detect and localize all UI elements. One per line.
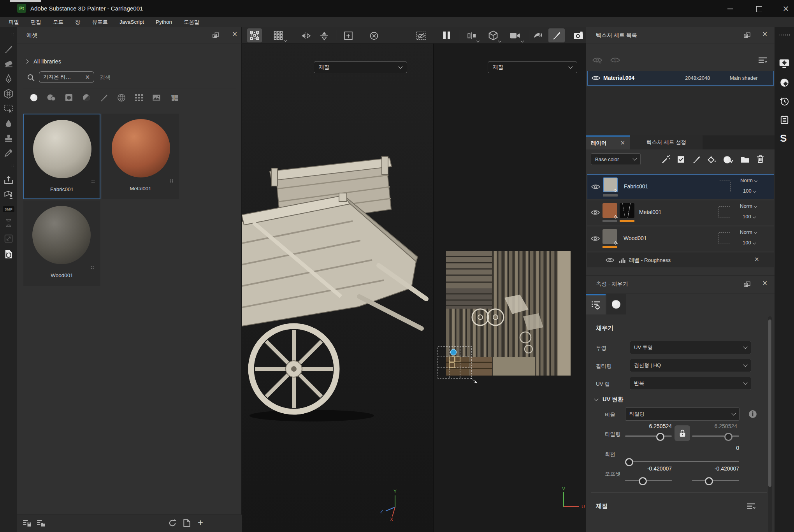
blend-mode-dropdown[interactable]: Norm — [740, 177, 757, 183]
eraser-tool-icon[interactable] — [4, 59, 13, 68]
viewport-3d[interactable]: Y Z X — [242, 44, 433, 532]
dock-grip[interactable] — [779, 33, 790, 37]
eye-icon[interactable] — [592, 75, 600, 81]
menu-javascript[interactable]: JavaScript — [119, 19, 144, 25]
substance-share-icon[interactable]: S — [780, 132, 787, 144]
asset-list-folder-icon[interactable] — [37, 520, 46, 527]
properties-tab-settings[interactable] — [586, 294, 606, 314]
pause-engine-button[interactable] — [443, 32, 450, 39]
library-selector[interactable]: All libraries — [25, 58, 61, 65]
maximize-button[interactable] — [751, 5, 767, 13]
clone-tool-icon[interactable] — [4, 134, 13, 142]
reset-rotation-icon[interactable] — [369, 31, 379, 40]
add-smart-mask-icon[interactable] — [676, 155, 685, 164]
paint-mode-button[interactable] — [548, 28, 565, 42]
hide-stencil-icon[interactable] — [416, 32, 426, 40]
lattice-transform-button[interactable] — [247, 28, 262, 42]
resize-icon[interactable] — [4, 234, 13, 243]
filter-materials-icon[interactable] — [29, 93, 39, 103]
menu-python[interactable]: Python — [156, 19, 172, 25]
view-mode-grid-icon[interactable] — [171, 94, 179, 102]
layer-effect-row[interactable]: 레벨 - Roughness × — [587, 253, 774, 267]
remove-effect-icon[interactable]: × — [754, 256, 759, 262]
properties-close-icon[interactable]: × — [762, 280, 768, 286]
smudge-tool-icon[interactable] — [5, 119, 12, 128]
camera-display-icon[interactable] — [509, 32, 520, 39]
tab-texture-set-settings[interactable]: 텍스처 세트 설정 — [630, 135, 703, 149]
filter-patterns-icon[interactable] — [134, 93, 144, 103]
add-folder-icon[interactable] — [741, 156, 750, 163]
search-filter-tag[interactable]: 가져온 리… × — [39, 71, 94, 83]
filter-smart-materials-icon[interactable] — [46, 93, 56, 103]
opacity-dropdown[interactable]: 100 — [743, 214, 755, 219]
minimize-button[interactable] — [722, 5, 738, 13]
tiling-link-button[interactable] — [675, 425, 690, 441]
polygon-fill-tool-icon[interactable] — [4, 89, 13, 99]
menu-help[interactable]: 도움말 — [184, 19, 200, 26]
asset-tile-metal[interactable]: Metal001 — [102, 114, 179, 199]
mesh-display-icon[interactable] — [488, 30, 498, 40]
blend-mode-dropdown[interactable]: Norm — [740, 229, 757, 235]
material-section-menu-icon[interactable] — [747, 503, 755, 509]
bake-mesh-icon[interactable] — [4, 191, 14, 199]
opacity-dropdown[interactable]: 100 — [743, 240, 755, 246]
smp-badge[interactable]: SMP — [3, 206, 14, 212]
asset-tile-wood[interactable]: Wood001 — [23, 200, 100, 286]
menu-viewport[interactable]: 뷰포트 — [92, 19, 108, 26]
resources-updater-icon[interactable] — [4, 249, 13, 259]
mask-placeholder[interactable] — [719, 181, 731, 192]
projection-dropdown[interactable]: UV 투영 — [630, 341, 751, 354]
log-icon[interactable] — [780, 115, 789, 124]
asset-tile-fabric[interactable]: Fabric001 — [23, 114, 100, 199]
add-fill-layer-icon[interactable] — [707, 155, 717, 164]
brush-tool-icon[interactable] — [4, 44, 13, 54]
scale-dropdown[interactable]: 타일링 — [625, 407, 740, 421]
eye-icon[interactable] — [591, 184, 600, 190]
texture-set-menu-icon[interactable] — [758, 57, 767, 63]
tiling-y-knob[interactable] — [724, 433, 733, 441]
assets-close-icon[interactable]: × — [232, 31, 237, 37]
eye-icon[interactable] — [606, 257, 614, 263]
mask-placeholder[interactable] — [718, 206, 730, 218]
asset-list-save-icon[interactable] — [23, 520, 32, 527]
assets-float-icon[interactable] — [213, 32, 219, 38]
texture-set-row[interactable]: Material.004 2048x2048 Main shader — [587, 71, 774, 86]
shader-settings-icon[interactable] — [780, 78, 789, 88]
refresh-assets-icon[interactable] — [168, 519, 177, 527]
toolbar-grip-2[interactable] — [3, 164, 14, 167]
add-material-layer-icon[interactable] — [723, 155, 734, 164]
menu-window[interactable]: 창 — [75, 19, 81, 26]
filter-alphas-icon[interactable] — [64, 93, 74, 103]
toggle-visibility-all-icon[interactable] — [592, 57, 603, 64]
material-picker-icon[interactable] — [4, 149, 13, 157]
filter-brushes-icon[interactable] — [99, 93, 109, 103]
screenshot-camera-icon[interactable] — [573, 31, 583, 40]
display-settings-icon[interactable] — [779, 58, 790, 68]
offset-y-slider[interactable] — [692, 480, 739, 481]
uv-transform-header[interactable]: UV 변환 — [595, 396, 623, 403]
add-paint-layer-icon[interactable] — [692, 155, 701, 164]
export-icon[interactable] — [4, 176, 13, 184]
projection-tool-icon[interactable] — [4, 74, 13, 83]
layer-row-wood[interactable]: Wood001 Norm 100 — [587, 226, 774, 251]
filtering-dropdown[interactable]: 겹선형 | HQ — [630, 359, 751, 372]
import-resources-icon[interactable]: + — [198, 519, 203, 527]
uv-selection-gizmo[interactable] — [436, 345, 478, 384]
properties-float-icon[interactable] — [744, 281, 750, 287]
texture-set-float-icon[interactable] — [744, 32, 750, 38]
search-placeholder[interactable]: 검색 — [100, 74, 111, 81]
viewport-2d[interactable]: V U — [433, 44, 586, 532]
solo-visibility-icon[interactable] — [610, 57, 621, 64]
tab-layers[interactable]: 레이어 × — [586, 135, 630, 149]
opacity-dropdown[interactable]: 100 — [743, 188, 756, 194]
frame-selection-icon[interactable] — [344, 31, 353, 40]
offset-y-knob[interactable] — [705, 477, 713, 485]
delete-layer-icon[interactable] — [757, 155, 764, 163]
search-filter-remove-icon[interactable]: × — [85, 74, 90, 80]
filter-procedurals-icon[interactable] — [116, 93, 126, 103]
viewport-2d-shading-dropdown[interactable]: 재질 — [488, 61, 577, 73]
rotation-slider[interactable] — [625, 461, 739, 462]
selection-tool-icon[interactable] — [4, 104, 13, 113]
filter-filters-icon[interactable] — [81, 93, 91, 103]
offset-x-knob[interactable] — [639, 477, 647, 485]
